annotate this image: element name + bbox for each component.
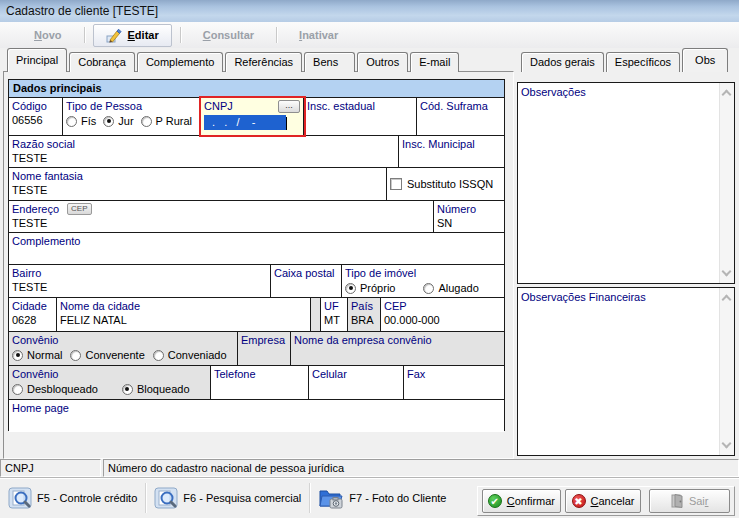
endereco-label: Endereço — [12, 203, 59, 215]
nome-empresa-convenio-field[interactable]: Nome da empresa convênio — [291, 332, 504, 365]
radio-icon — [12, 384, 23, 395]
caixa-postal-field[interactable]: Caixa postal — [271, 265, 342, 297]
sair-button[interactable]: Sair — [649, 489, 730, 513]
observacoes-textarea[interactable]: Observações — [517, 82, 735, 284]
radio-icon — [423, 283, 434, 294]
insc-municipal-field[interactable]: Insc. Municipal — [399, 136, 504, 167]
home-page-field[interactable]: Home page — [9, 400, 504, 432]
razao-social-label: Razão social — [12, 137, 395, 151]
fax-label: Fax — [407, 367, 501, 381]
editar-rest: ditar — [135, 29, 159, 41]
tab-bens[interactable]: Bens — [304, 52, 355, 72]
substituto-issqn-field[interactable]: Substituto ISSQN — [387, 168, 504, 200]
confirmar-button[interactable]: ✔ Confirmar — [482, 489, 561, 513]
cep-chip-button[interactable]: CEP — [67, 203, 91, 215]
cidade-field[interactable]: Cidade 0628 — [9, 298, 57, 331]
scroll-up-icon[interactable] — [722, 90, 732, 100]
nome-fantasia-field[interactable]: Nome fantasia TESTE — [9, 168, 387, 200]
novo-accel: N — [34, 29, 42, 41]
observacoes-financeiras-textarea[interactable]: Observações Financeiras — [517, 287, 735, 456]
inativar-button[interactable]: Inativar — [285, 26, 352, 44]
f5-controle-credito-button[interactable]: F5 - Controle crédito — [0, 487, 145, 509]
cancelar-button[interactable]: ✖ Cancelar — [565, 489, 642, 513]
cnpj-lookup-button[interactable]: ... — [278, 100, 300, 113]
f6-pesquisa-comercial-button[interactable]: F6 - Pesquisa comercial — [146, 487, 309, 509]
magnifier-icon — [154, 487, 178, 509]
f7-foto-cliente-button[interactable]: F7 - Foto do Cliente — [310, 486, 454, 510]
tab-obs[interactable]: Obs — [682, 48, 728, 72]
tab-label: Complemento — [146, 56, 214, 68]
cod-suframa-field[interactable]: Cód. Suframa — [417, 98, 504, 135]
text-caret — [286, 117, 287, 130]
tab-especificos[interactable]: Específicos — [606, 52, 680, 72]
nome-cidade-field[interactable]: Nome da cidade FELIZ NATAL — [57, 298, 311, 331]
radio-label: Desbloqueado — [27, 383, 98, 395]
scroll-down-icon[interactable] — [722, 267, 732, 277]
scrollbar[interactable] — [719, 288, 734, 455]
scroll-down-icon[interactable] — [722, 439, 732, 449]
door-icon — [671, 494, 684, 508]
complemento-field[interactable]: Complemento — [9, 233, 504, 264]
status-field-description: Número do cadastro nacional de pessoa ju… — [103, 459, 739, 477]
tab-complemento[interactable]: Complemento — [137, 52, 223, 72]
tab-label: E-mail — [419, 56, 450, 68]
tipo-imovel-field: Tipo de imóvel Próprio Alugado — [342, 265, 504, 297]
tab-cobranca[interactable]: Cobrança — [69, 52, 135, 72]
radio-bloqueado[interactable]: Bloqueado — [122, 383, 190, 395]
tab-outros[interactable]: Outros — [357, 52, 408, 72]
codigo-value: 06556 — [12, 113, 59, 128]
empresa-label: Empresa — [241, 333, 287, 347]
celular-field[interactable]: Celular — [309, 366, 404, 399]
radio-prural[interactable]: P Rural — [141, 115, 192, 127]
radio-convenente[interactable]: Convenente — [70, 349, 144, 361]
cnpj-input[interactable]: . . / - — [204, 115, 286, 130]
radio-icon — [70, 350, 81, 361]
uf-value: MT — [324, 313, 344, 328]
tab-label: Específicos — [615, 56, 671, 68]
radio-alugado[interactable]: Alugado — [423, 282, 478, 294]
endereco-field[interactable]: EndereçoCEP TESTE — [9, 201, 434, 232]
scroll-up-icon[interactable] — [722, 295, 732, 305]
radio-conveniado[interactable]: Conveniado — [153, 349, 227, 361]
checkbox-icon[interactable] — [390, 178, 402, 190]
radio-fis[interactable]: Fís — [66, 115, 96, 127]
numero-field[interactable]: Número SN — [434, 201, 504, 232]
uf-field[interactable]: UF MT — [321, 298, 348, 331]
radio-normal[interactable]: Normal — [12, 349, 62, 361]
insc-municipal-label: Insc. Municipal — [402, 137, 501, 151]
check-circle-icon: ✔ — [488, 494, 502, 508]
bairro-field[interactable]: Bairro TESTE — [9, 265, 271, 297]
tab-label: Referências — [234, 56, 293, 68]
scrollbar[interactable] — [719, 83, 734, 283]
telefone-field[interactable]: Telefone — [211, 366, 309, 399]
novo-button[interactable]: Novo — [20, 26, 76, 44]
empresa-field[interactable]: Empresa — [238, 332, 291, 365]
consultar-rest: onsultar — [211, 29, 254, 41]
cep-field[interactable]: CEP 00.000-000 — [381, 298, 504, 331]
tab-referencias[interactable]: Referências — [225, 52, 302, 72]
convenio-tipo-field: Convênio Normal Convenente Conveniado — [9, 332, 238, 365]
f6-label: F6 - Pesquisa comercial — [183, 492, 301, 504]
tab-email[interactable]: E-mail — [410, 52, 459, 72]
radio-label: Alugado — [438, 282, 478, 294]
nome-cidade-value: FELIZ NATAL — [60, 313, 307, 328]
pais-label: País — [351, 299, 377, 313]
cnpj-field[interactable]: CNPJ ... . . / - — [201, 98, 304, 135]
radio-proprio[interactable]: Próprio — [345, 282, 395, 294]
razao-social-field[interactable]: Razão social TESTE — [9, 136, 399, 167]
insc-estadual-field[interactable]: Insc. estadual — [304, 98, 417, 135]
tab-principal[interactable]: Principal — [7, 48, 67, 72]
radio-icon — [345, 283, 356, 294]
radio-icon — [103, 116, 114, 127]
pais-value: BRA — [351, 313, 377, 328]
editar-button[interactable]: Editar — [93, 24, 172, 47]
fax-field[interactable]: Fax — [404, 366, 504, 399]
radio-desbloqueado[interactable]: Desbloqueado — [12, 383, 98, 395]
radio-jur[interactable]: Jur — [103, 115, 133, 127]
status-bar: CNPJ Número do cadastro nacional de pess… — [0, 459, 739, 477]
main-tabstrip: Principal Cobrança Complemento Referênci… — [7, 48, 461, 72]
pais-field: País BRA — [348, 298, 381, 331]
tab-dados-gerais[interactable]: Dados gerais — [521, 52, 604, 72]
radio-icon — [141, 116, 152, 127]
consultar-button[interactable]: Consultar — [189, 26, 268, 44]
